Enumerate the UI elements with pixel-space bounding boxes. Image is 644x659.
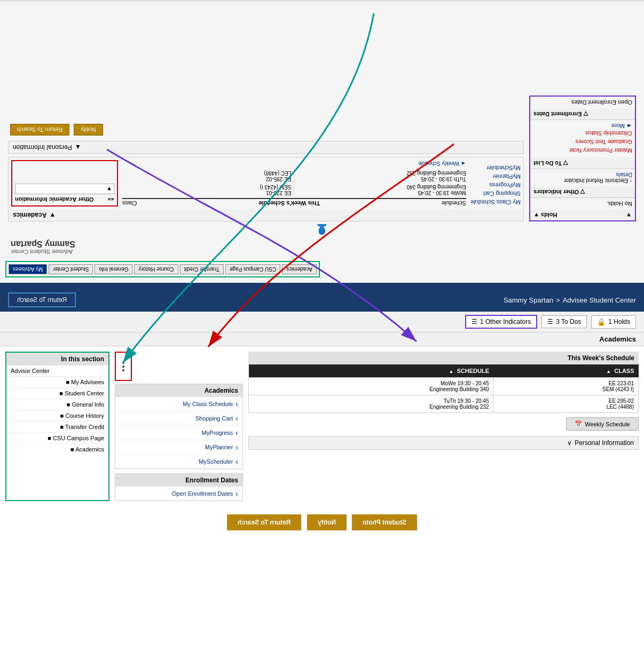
- myprogress-link-bottom[interactable]: MyProgress: [202, 430, 233, 436]
- academics-menu-header: Academics: [115, 384, 242, 397]
- in-this-section-nav: In this section Advisor Center ■ My Advi…: [5, 352, 109, 501]
- myprogress-link[interactable]: MyProgress: [470, 181, 521, 189]
- weekly-schedule-link-top[interactable]: ◄ Weekly Schedule: [122, 160, 466, 168]
- more-link[interactable]: ◄ More: [533, 123, 632, 129]
- my-class-schedule-link[interactable]: My Class Schedule: [470, 198, 521, 207]
- schedule-header-top: Schedule This Week's Schedule Class: [122, 198, 466, 207]
- academics-chevron: ▼: [49, 211, 56, 219]
- student-photo-action-btn[interactable]: Student Photo: [352, 514, 417, 530]
- class-1: EE 223-01: [122, 190, 291, 196]
- other-academic-title: Other Academic Information: [15, 196, 94, 203]
- schedule-area-top: Schedule This Week's Schedule Class MoWe…: [122, 160, 466, 207]
- three-dots-btn[interactable]: [115, 352, 132, 381]
- details-link[interactable]: Details: [533, 172, 632, 178]
- chevron-3: ‹: [235, 428, 238, 437]
- tab-csu-campus[interactable]: CSU Campus Page: [225, 264, 280, 274]
- todo-btn[interactable]: ☰ 3 To Dos: [541, 315, 587, 328]
- return-to-search-bottom[interactable]: Return To Search: [8, 292, 76, 307]
- todo-item-3[interactable]: Citizenship Status: [533, 129, 632, 138]
- shopping-cart-link[interactable]: Shopping Cart: [470, 189, 521, 198]
- enrollment-header-bottom: Enrollment Dates: [115, 474, 242, 487]
- shopping-cart-link-bottom[interactable]: Shopping Cart: [195, 415, 233, 422]
- chevron-5: ‹: [235, 457, 238, 466]
- main-content-row: In this section Advisor Center ■ My Advi…: [0, 346, 644, 506]
- table-row: MoWe 19:30 - 20:45Engineering Building 3…: [249, 378, 639, 395]
- right-content-top: ▼ Academics My Class Schedule Shopping C…: [8, 96, 524, 221]
- academics-label-top: Academics: [13, 211, 46, 219]
- other-academic-box: «» Other Academic Information: [11, 160, 118, 207]
- top-mirrored-section: Academics CSU Campus Page Transfer Credi…: [0, 0, 644, 283]
- personal-info-top: ▲ Personal Information: [8, 141, 524, 154]
- class-sort-arrow: ▲: [606, 369, 611, 374]
- menu-item-my-class[interactable]: My Class Schedule ‹: [115, 397, 242, 411]
- electronic-refund: ↑ Electronic Refund Indicator Details: [530, 169, 635, 186]
- my-class-schedule-link-bottom[interactable]: My Class Schedule: [183, 401, 233, 407]
- nav-csu-campus[interactable]: ■ CSU Campus Page: [6, 433, 108, 444]
- class-col-header-bottom: ▲ CLASS: [493, 364, 639, 378]
- schedule-rows-top: MoWe 19:30 - 20:45 Engineering Building …: [122, 184, 466, 196]
- nav-my-advisees[interactable]: ■ My Advisees: [6, 377, 108, 388]
- schedule-row-1: MoWe 19:30 - 20:45 Engineering Building …: [297, 184, 466, 196]
- other-academic-input[interactable]: [15, 184, 114, 194]
- enrollment-chevron: ‹: [235, 489, 238, 498]
- menu-item-myscheduler[interactable]: MyScheduler ‹: [115, 455, 242, 469]
- tab-general-info[interactable]: General Info: [95, 264, 132, 274]
- schedule-table-bottom: ▲ SCHEDULE ▲ CLASS MoWe 19:3: [248, 364, 639, 413]
- nav-transfer-credit[interactable]: ■ Transfer Credit: [6, 422, 108, 433]
- bottom-section: Return To Search Advisee Student Center …: [0, 288, 644, 538]
- weekly-schedule-btn-bottom[interactable]: 📅 Weekly Schedule: [566, 417, 639, 431]
- schedule-cell-2: TuTh 19:30 - 20:45Engineering Building 2…: [249, 395, 493, 413]
- holds-btn[interactable]: 🔒 1 Holds: [591, 315, 636, 329]
- return-to-search-action-btn[interactable]: Return To Search: [227, 514, 301, 530]
- tab-transfer[interactable]: Transfer Credit: [180, 264, 224, 274]
- in-this-section-header: In this section: [6, 353, 108, 366]
- todo-section-top: ▽ To Do List Master Promissory Note Grad…: [530, 120, 635, 169]
- enrollment-item-open[interactable]: Open Enrollment Dates ‹: [115, 487, 242, 501]
- menu-item-shopping-cart[interactable]: Shopping Cart ‹: [115, 411, 242, 426]
- nav-academics[interactable]: ■ Academics: [6, 444, 108, 455]
- list-icon-indicators: ☰: [472, 318, 477, 325]
- nav-general-info[interactable]: ■ General Info: [6, 399, 108, 410]
- holds-label: Holds ▼: [533, 212, 557, 218]
- myplanner-link[interactable]: MyPlanner: [470, 172, 521, 181]
- academics-menu-section: Academics My Class Schedule ‹ Shopping C…: [115, 384, 243, 469]
- schedule-col-header: ▲ SCHEDULE: [249, 364, 493, 378]
- menu-item-myprogress[interactable]: MyProgress ‹: [115, 426, 242, 440]
- enrollment-content-top: Open Enrollment Dates: [530, 97, 635, 108]
- holds-header-top: ▼ Holds ▼: [530, 210, 635, 220]
- todo-item-2[interactable]: Graduate Test Scores: [533, 138, 632, 146]
- todo-list: Master Promissory Note Graduate Test Sco…: [530, 120, 635, 157]
- holds-chevron: ▼: [626, 212, 632, 218]
- breadcrumb-root: Advisee Student Center: [563, 296, 636, 304]
- schedule-1-location: Engineering Building 340: [297, 184, 466, 190]
- tab-my-advisees[interactable]: My Advisees: [9, 264, 47, 274]
- divider: [294, 184, 294, 196]
- myscheduler-link-bottom[interactable]: MyScheduler: [199, 458, 233, 465]
- notify-btn-top[interactable]: Notify: [74, 124, 103, 136]
- tab-course-history[interactable]: Course History: [134, 264, 178, 274]
- myplanner-link-bottom[interactable]: MyPlanner: [205, 444, 233, 450]
- class-row-2: EE 295-02 LEC (4488): [122, 170, 291, 182]
- open-enrollment-link[interactable]: Open Enrollment Dates: [172, 490, 233, 497]
- todo-item-1[interactable]: Master Promissory Note: [533, 146, 632, 155]
- schedule-cell-1: MoWe 19:30 - 20:45Engineering Building 3…: [249, 378, 493, 395]
- menu-item-myplanner[interactable]: MyPlanner ‹: [115, 440, 242, 455]
- personal-info-label: Personal Information: [13, 144, 72, 151]
- status-bar: ☰ 1 Other Indicators ☰ 3 To Dos 🔒 1 Hold…: [0, 312, 644, 332]
- return-to-search-btn-top[interactable]: Return To Search: [10, 124, 69, 136]
- dot-1: [122, 362, 124, 364]
- nav-student-center[interactable]: ■ Student Center: [6, 388, 108, 399]
- indicators-btn[interactable]: ☰ 1 Other Indicators: [465, 315, 537, 329]
- left-sidebar-top: ▼ Holds ▼ No Holds. ▽ Other Indicators ↑…: [529, 96, 636, 221]
- nav-course-history[interactable]: ■ Course History: [6, 410, 108, 422]
- schedule-col-label: SCHEDULE: [457, 368, 489, 374]
- tab-student-center[interactable]: Student Center: [49, 264, 93, 274]
- notify-action-btn[interactable]: Notify: [307, 514, 347, 530]
- top-buttons: Notify Return To Search: [8, 122, 524, 138]
- dot-2: [122, 366, 124, 368]
- lock-icon: 🔒: [597, 318, 606, 326]
- myscheduler-link[interactable]: MyScheduler: [470, 164, 521, 172]
- tab-academics[interactable]: Academics: [282, 264, 317, 274]
- nav-advisor-center[interactable]: Advisor Center: [6, 366, 108, 377]
- class-cell-2: EE 295-02LEC (4488): [493, 395, 639, 413]
